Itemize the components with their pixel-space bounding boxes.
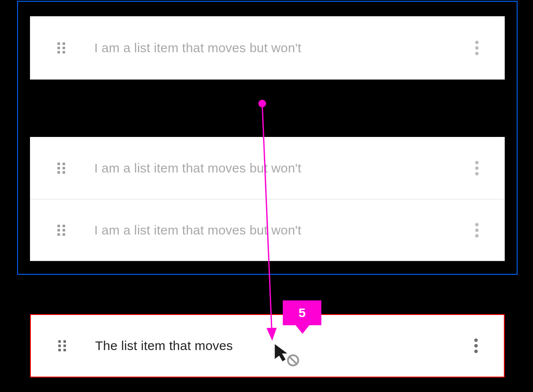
- list-item-label: I am a list item that moves but won't: [94, 161, 301, 175]
- drag-handle-icon[interactable]: [56, 42, 68, 54]
- list-item-label: I am a list item that moves but won't: [94, 223, 301, 238]
- drag-handle-icon[interactable]: [56, 224, 68, 236]
- list-item-label: The list item that moves: [95, 339, 233, 353]
- more-options-icon[interactable]: [475, 41, 479, 55]
- list-item-dragging[interactable]: The list item that moves: [30, 314, 505, 377]
- more-options-icon[interactable]: [474, 339, 478, 353]
- svg-marker-1: [275, 344, 288, 362]
- list-item[interactable]: I am a list item that moves but won't: [30, 137, 505, 199]
- list-item-label: I am a list item that moves but won't: [94, 41, 301, 55]
- no-drop-icon: [287, 354, 299, 366]
- drag-handle-icon[interactable]: [56, 162, 68, 174]
- step-callout-label: 5: [299, 306, 306, 320]
- more-options-icon[interactable]: [475, 161, 479, 175]
- drag-handle-icon[interactable]: [57, 340, 69, 352]
- step-callout-tail: [296, 325, 309, 334]
- more-options-icon[interactable]: [475, 223, 479, 238]
- cursor-no-drop-icon: [273, 342, 303, 368]
- list-item[interactable]: I am a list item that moves but won't: [30, 16, 505, 80]
- list-item[interactable]: I am a list item that moves but won't: [30, 199, 505, 261]
- step-callout: 5: [283, 300, 321, 325]
